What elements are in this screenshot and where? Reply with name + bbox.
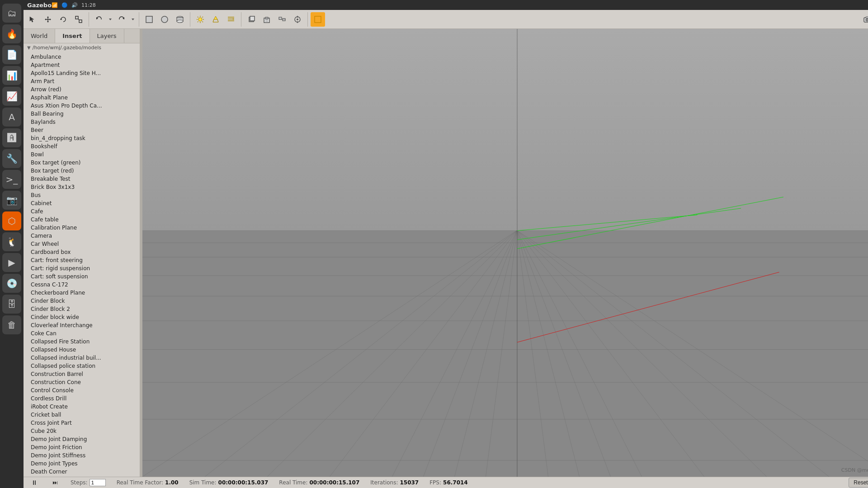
steps-input[interactable] (90, 479, 106, 486)
list-item[interactable]: Calibration Plane (24, 224, 140, 232)
list-item[interactable]: Car Wheel (24, 240, 140, 248)
taskbar-icon-gazebo[interactable]: ⬡ (2, 211, 21, 230)
list-item[interactable]: Bowl (24, 150, 140, 159)
taskbar-icon-media[interactable]: ▶ (2, 253, 21, 272)
translate-tool-btn[interactable] (41, 12, 55, 27)
list-item[interactable]: Apollo15 Landing Site H... (24, 69, 140, 77)
redo-btn[interactable] (114, 12, 129, 27)
list-item[interactable]: Cricket ball (24, 411, 140, 419)
taskbar-icon-impress[interactable]: 📈 (2, 87, 21, 106)
taskbar-icon-fonts[interactable]: A (2, 108, 21, 127)
app-window: World Insert Layers ▼ /home/wmj/.gazebo/… (24, 10, 868, 488)
list-item[interactable]: Cube 20k (24, 427, 140, 435)
taskbar-icon-calc[interactable]: 📊 (2, 66, 21, 85)
list-item[interactable]: Demo Joint Types (24, 460, 140, 468)
list-item[interactable]: Box target (green) (24, 159, 140, 167)
list-item[interactable]: Cafe (24, 207, 140, 216)
box-btn[interactable] (142, 12, 156, 27)
svg-point-51 (866, 19, 868, 21)
list-item[interactable]: Cinder Block (24, 297, 140, 305)
list-item[interactable]: Cart: soft suspension (24, 272, 140, 281)
pause-btn[interactable]: ⏸ (29, 477, 40, 488)
list-item[interactable]: Cloverleaf Interchange (24, 321, 140, 329)
list-item[interactable]: Asphalt Plane (24, 94, 140, 102)
list-item[interactable]: Construction Cone (24, 378, 140, 386)
list-item[interactable]: Box target (red) (24, 167, 140, 175)
list-item[interactable]: Ball Bearing (24, 110, 140, 118)
taskbar-icon-camera[interactable]: 📷 (2, 191, 21, 210)
list-item[interactable]: Collapsed House (24, 346, 140, 354)
align-btn[interactable] (275, 12, 289, 27)
list-item[interactable]: Collapsed industrial buil... (24, 354, 140, 362)
3d-viewport[interactable]: CSDN @melodic18 (142, 29, 868, 477)
scale-tool-btn[interactable] (71, 12, 86, 27)
list-item[interactable]: Camera (24, 232, 140, 240)
list-item[interactable]: Demo Joint Stiffness (24, 451, 140, 460)
list-item[interactable]: Cessna C-172 (24, 281, 140, 289)
list-item[interactable]: bin_4_dropping task (24, 134, 140, 142)
sphere-btn[interactable] (157, 12, 172, 27)
rotate-tool-btn[interactable] (56, 12, 71, 27)
list-item[interactable]: Death Corner (24, 468, 140, 476)
taskbar-icon-terminal[interactable]: >_ (2, 170, 21, 189)
undo-btn[interactable] (92, 12, 106, 27)
list-item[interactable]: Coke Can (24, 329, 140, 338)
list-item[interactable]: Construction Barrel (24, 370, 140, 378)
list-item[interactable]: Control Console (24, 386, 140, 394)
list-item[interactable]: Asus Xtion Pro Depth Ca... (24, 102, 140, 110)
paste-btn[interactable] (259, 12, 274, 27)
taskbar-icon-amazon[interactable]: 🅰 (2, 128, 21, 147)
dir-light-btn[interactable] (224, 12, 238, 27)
taskbar-icon-penguin[interactable]: 🐧 (2, 232, 21, 251)
taskbar-icon-settings[interactable]: 🔧 (2, 149, 21, 168)
reset-time-btn[interactable]: Reset Time (849, 478, 868, 488)
tree-root[interactable]: ▼ /home/wmj/.gazebo/models (24, 43, 140, 52)
list-item[interactable]: Baylands (24, 118, 140, 126)
record-btn[interactable] (311, 12, 325, 27)
taskbar-icon-writer[interactable]: 📄 (2, 45, 21, 64)
spot-light-btn[interactable] (208, 12, 223, 27)
list-item[interactable]: iRobot Create (24, 403, 140, 411)
camera-capture-btn[interactable] (860, 12, 868, 27)
list-item[interactable]: Cabinet (24, 199, 140, 207)
list-item[interactable]: Cafe table (24, 216, 140, 224)
list-item[interactable]: Cordless Drill (24, 394, 140, 403)
list-item[interactable]: Demo Joint Damping (24, 435, 140, 443)
tab-layers[interactable]: Layers (90, 29, 124, 43)
taskbar-icon-disk[interactable]: 💿 (2, 274, 21, 293)
list-item[interactable]: Checkerboard Plane (24, 289, 140, 297)
select-tool-btn[interactable] (25, 12, 40, 27)
list-item[interactable]: Bus (24, 191, 140, 199)
list-item[interactable]: Bookshelf (24, 142, 140, 150)
redo-dropdown[interactable] (130, 12, 136, 27)
list-item[interactable]: Demo Joint Friction (24, 443, 140, 451)
tab-insert[interactable]: Insert (55, 29, 90, 43)
list-item[interactable]: Apartment (24, 61, 140, 69)
list-item[interactable]: Breakable Test (24, 175, 140, 183)
list-item[interactable]: Cart: front steering (24, 256, 140, 264)
list-item[interactable]: Beer (24, 126, 140, 134)
list-item[interactable]: Brick Box 3x1x3 (24, 183, 140, 191)
list-item[interactable]: Cinder block wide (24, 313, 140, 321)
list-item[interactable]: Collapsed Fire Station (24, 338, 140, 346)
list-item[interactable]: Arm Part (24, 77, 140, 85)
list-item[interactable]: Collapsed police station (24, 362, 140, 370)
taskbar-icon-trash[interactable]: 🗑 (2, 315, 21, 334)
list-item[interactable]: Cinder Block 2 (24, 305, 140, 313)
list-item[interactable]: Cart: rigid suspension (24, 264, 140, 272)
snap-btn[interactable] (290, 12, 305, 27)
list-item[interactable]: Arrow (red) (24, 85, 140, 94)
list-item[interactable]: Cardboard box (24, 248, 140, 256)
sep5 (307, 12, 308, 27)
copy-btn[interactable] (244, 12, 259, 27)
taskbar-icon-server[interactable]: 🗄 (2, 295, 21, 314)
taskbar-icon-files[interactable]: 🗂 (2, 4, 21, 23)
tab-world[interactable]: World (24, 29, 55, 43)
list-item[interactable]: Cross Joint Part (24, 419, 140, 427)
point-light-btn[interactable] (193, 12, 208, 27)
list-item[interactable]: Ambulance (24, 53, 140, 61)
taskbar-icon-browser[interactable]: 🔥 (2, 24, 21, 43)
undo-dropdown[interactable] (107, 12, 113, 27)
cylinder-btn[interactable] (173, 12, 187, 27)
step-btn[interactable]: ⏭ (51, 478, 60, 487)
